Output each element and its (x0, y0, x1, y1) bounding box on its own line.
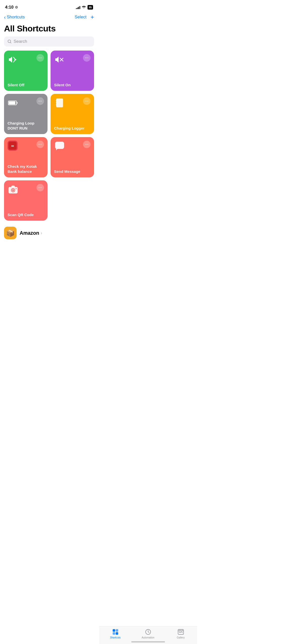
main-content: All Shortcuts Search (0, 23, 98, 266)
signal-icon (76, 6, 80, 9)
status-time: 4:10 ⚙ (5, 5, 18, 10)
battery-icon (8, 97, 19, 108)
svg-line-1 (10, 42, 11, 43)
scan-qr-label: Scan QR Code (8, 212, 44, 217)
shortcuts-grid: ··· Silent Off ··· Silent On (0, 51, 98, 225)
svg-text:∞: ∞ (11, 144, 14, 148)
kotak-label: Check my Kotak Bank balance (8, 164, 44, 174)
svg-point-18 (12, 189, 14, 191)
back-chevron-icon: ‹ (4, 14, 6, 20)
svg-rect-5 (9, 101, 15, 104)
mute-icon (54, 54, 65, 65)
silent-on-label: Silent On (54, 83, 91, 88)
silent-off-label: Silent Off (8, 83, 44, 88)
send-message-label: Send Message (54, 169, 91, 174)
silent-on-more-button[interactable]: ··· (83, 54, 91, 62)
folder-name: Amazon (20, 230, 39, 236)
amazon-emoji: 📦 (6, 229, 15, 237)
card-top: ··· (54, 141, 91, 152)
back-label: Shortcuts (7, 15, 25, 20)
svg-rect-14 (55, 142, 64, 149)
shortcut-card-silent-on[interactable]: ··· Silent On (51, 51, 94, 91)
camera-icon (8, 184, 19, 195)
svg-rect-10 (56, 102, 57, 103)
speaker-icon (8, 54, 19, 65)
charging-logger-more-button[interactable]: ··· (83, 97, 91, 105)
navigation-bar: ‹ Shortcuts Select + (0, 13, 98, 23)
search-bar[interactable]: Search (4, 36, 94, 47)
svg-rect-7 (56, 99, 63, 107)
shortcut-card-scan-qr[interactable]: ··· Scan QR Code (4, 180, 48, 221)
scan-qr-more-button[interactable]: ··· (36, 184, 44, 191)
card-top: ··· (8, 184, 44, 195)
card-top: ··· (8, 97, 44, 108)
card-top: ··· (54, 54, 91, 65)
search-placeholder: Search (14, 39, 27, 44)
battery-icon: 95 (88, 5, 93, 10)
status-icons: 95 (76, 5, 93, 10)
kotak-more-button[interactable]: ··· (36, 141, 44, 148)
status-bar: 4:10 ⚙ 95 (0, 0, 98, 13)
page-title: All Shortcuts (0, 23, 98, 36)
card-top: ··· (54, 97, 91, 108)
search-container: Search (0, 36, 98, 51)
shortcut-card-charging-logger[interactable]: ··· Charging Logger (51, 94, 94, 134)
charging-loop-more-button[interactable]: ··· (36, 97, 44, 105)
battery-level: 95 (89, 6, 92, 9)
charging-loop-label: Charging Loop DONT RUN (8, 121, 44, 131)
svg-rect-9 (56, 100, 57, 101)
svg-rect-11 (56, 104, 57, 105)
card-top: ··· (8, 54, 44, 65)
add-shortcut-button[interactable]: + (91, 14, 94, 20)
notebook-icon (54, 97, 65, 108)
shortcut-card-silent-off[interactable]: ··· Silent Off (4, 51, 48, 91)
folder-chevron-icon: › (41, 230, 42, 236)
amazon-folder[interactable]: 📦 Amazon › (0, 225, 98, 243)
select-button[interactable]: Select (75, 15, 87, 20)
time-display: 4:10 (5, 5, 14, 10)
amazon-folder-label: Amazon › (20, 230, 42, 236)
settings-icon: ⚙ (15, 5, 18, 9)
amazon-folder-icon: 📦 (4, 227, 17, 239)
back-button[interactable]: ‹ Shortcuts (4, 14, 25, 20)
shortcut-card-kotak-balance[interactable]: ∞ ··· Check my Kotak Bank balance (4, 137, 48, 177)
message-icon (54, 141, 65, 152)
kotak-app-icon: ∞ (8, 141, 18, 151)
wifi-icon (82, 5, 86, 9)
silent-off-more-button[interactable]: ··· (36, 54, 44, 62)
svg-rect-6 (17, 102, 18, 104)
shortcut-card-send-message[interactable]: ··· Send Message (51, 137, 94, 177)
shortcut-card-charging-loop[interactable]: ··· Charging Loop DONT RUN (4, 94, 48, 134)
card-top: ∞ ··· (8, 141, 44, 151)
nav-actions: Select + (75, 14, 94, 20)
charging-logger-label: Charging Logger (54, 126, 91, 131)
svg-point-19 (16, 188, 17, 189)
send-message-more-button[interactable]: ··· (83, 141, 91, 148)
search-icon (8, 39, 12, 44)
